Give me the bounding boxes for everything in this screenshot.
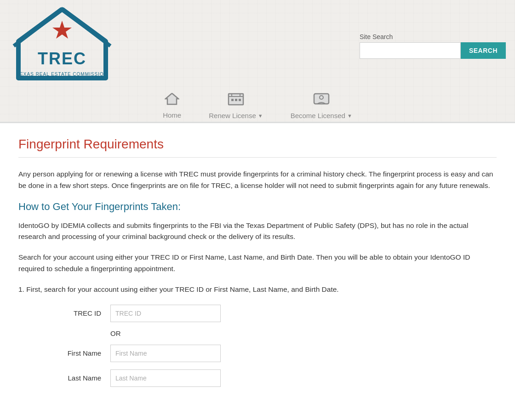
search-area: Site Search SEARCH	[360, 33, 506, 59]
trec-id-row: TREC ID	[18, 305, 497, 322]
last-name-row: Last Name	[18, 369, 497, 387]
nav-label-become-licensed: Become Licensed ▼	[291, 112, 352, 119]
renew-license-chevron: ▼	[258, 113, 263, 119]
become-licensed-chevron: ▼	[347, 113, 352, 119]
title-divider	[18, 157, 497, 158]
nav-label-renew-license: Renew License ▼	[209, 112, 263, 119]
become-licensed-icon	[313, 92, 330, 109]
trec-logo: TREC TEXAS REAL ESTATE COMMISSION	[9, 5, 115, 85]
search-row: SEARCH	[360, 42, 506, 59]
search-button[interactable]: SEARCH	[461, 42, 506, 59]
nav-item-become-licensed[interactable]: Become Licensed ▼	[291, 92, 352, 119]
svg-text:TEXAS REAL ESTATE COMMISSION: TEXAS REAL ESTATE COMMISSION	[17, 72, 108, 77]
trec-id-input[interactable]	[110, 305, 221, 322]
nav-item-home[interactable]: Home	[163, 92, 181, 119]
search-input[interactable]	[360, 42, 461, 59]
renew-license-icon	[228, 92, 244, 109]
search-instructions: Search for your account using either you…	[18, 252, 497, 275]
nav-bar: Home Renew License ▼	[0, 87, 515, 123]
last-name-input[interactable]	[110, 369, 221, 387]
svg-rect-9	[231, 99, 234, 101]
intro-paragraph: Any person applying for or renewing a li…	[18, 169, 497, 192]
search-label: Site Search	[360, 33, 393, 40]
svg-rect-10	[235, 99, 237, 101]
nav-label-home: Home	[163, 111, 181, 119]
header: TREC TEXAS REAL ESTATE COMMISSION Site S…	[0, 0, 515, 123]
svg-marker-2	[52, 21, 72, 39]
nav-item-renew-license[interactable]: Renew License ▼	[209, 92, 263, 119]
section-title: How to Get Your Fingerprints Taken:	[18, 201, 497, 213]
svg-rect-11	[239, 99, 241, 101]
svg-text:TREC: TREC	[38, 49, 86, 68]
step1-text: 1. First, search for your account using …	[18, 284, 497, 295]
main-content: Fingerprint Requirements Any person appl…	[0, 123, 515, 420]
first-name-row: First Name	[18, 345, 497, 362]
or-row: OR	[18, 329, 497, 337]
identogo-paragraph: IdentoGO by IDEMIA collects and submits …	[18, 220, 497, 243]
trec-id-label: TREC ID	[18, 309, 110, 317]
last-name-label: Last Name	[18, 374, 110, 382]
header-top: TREC TEXAS REAL ESTATE COMMISSION Site S…	[0, 0, 515, 85]
first-name-label: First Name	[18, 349, 110, 357]
first-name-input[interactable]	[110, 345, 221, 362]
or-text: OR	[110, 329, 121, 337]
logo-area: TREC TEXAS REAL ESTATE COMMISSION	[9, 5, 115, 85]
form-area: TREC ID OR First Name Last Name	[18, 305, 497, 387]
home-icon	[165, 92, 179, 108]
page-title: Fingerprint Requirements	[18, 137, 497, 152]
